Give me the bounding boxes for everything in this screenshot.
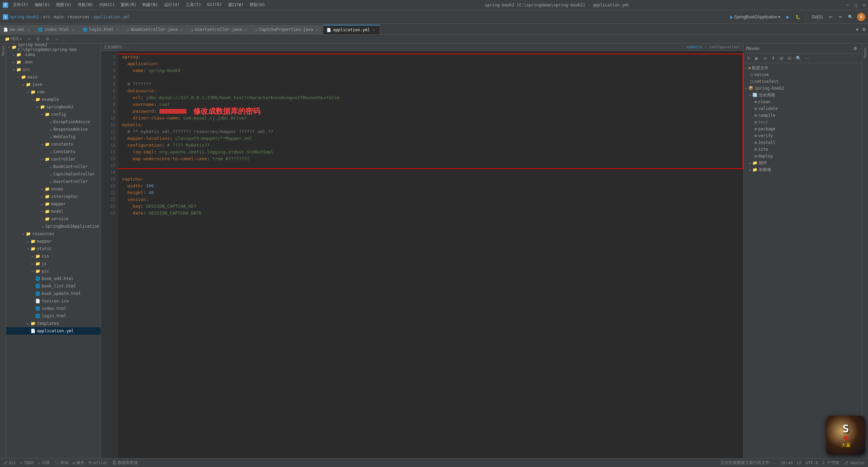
terminal-status[interactable]: ⬛ 终端 <box>54 460 68 466</box>
sidebar-item-application-yml[interactable]: 📄application.yml <box>6 327 101 335</box>
tab-CaptchaPropertiesjava[interactable]: ☕CaptchaProperties.java✕ <box>252 25 323 34</box>
sidebar-item-springbook2[interactable]: ▾📁springbook2 <box>6 103 101 111</box>
sidebar-item-com[interactable]: ▾📁com <box>6 88 101 96</box>
sidebar-item-example[interactable]: ▾📁example <box>6 96 101 103</box>
indent-status[interactable]: 2 个空格 <box>822 460 839 466</box>
menu-item[interactable]: Git(G) <box>204 1 224 8</box>
maven-run-btn[interactable]: ▶ <box>753 55 761 62</box>
sidebar-item-css[interactable]: ▸📁css <box>6 253 101 260</box>
maven-download-btn[interactable]: ⬇ <box>769 55 777 62</box>
game-overlay[interactable]: S 中 大赢 <box>826 416 865 455</box>
left-icon-1[interactable]: Maven <box>0 48 6 54</box>
maven-config-header[interactable]: ▸⚙配置文件 <box>744 64 862 71</box>
maven-lifecycle-deploy[interactable]: ⚙deploy <box>744 153 862 160</box>
sidebar-item-login-html[interactable]: 🌐login.html <box>6 312 101 320</box>
maven-skip-btn[interactable]: ⊘ <box>761 55 769 62</box>
right-icon-1[interactable]: Maven <box>863 48 867 58</box>
git-branch[interactable]: ⎇ master <box>843 461 865 465</box>
tab-close-btn[interactable]: ✕ <box>26 27 31 32</box>
sort-btn[interactable]: ⇅ <box>34 36 42 42</box>
sidebar-item-UserController[interactable]: ☕UserController <box>6 178 101 185</box>
db-changes-status[interactable]: 🗄 数据库更改 <box>112 460 138 466</box>
maven-project-spring-book2[interactable]: ▾📦spring-book2 <box>744 85 862 92</box>
tab-close-btn[interactable]: ✕ <box>315 27 319 32</box>
tab-applicationyml[interactable]: 📄application.yml✕ <box>323 25 380 34</box>
tab-indexhtml[interactable]: 🌐index.html✕ <box>35 25 79 34</box>
redo-btn[interactable]: ↪ <box>836 12 844 22</box>
minimize-btn[interactable]: ─ <box>847 2 849 7</box>
cursor-position[interactable]: 16:49 <box>781 461 793 465</box>
sidebar-item-src[interactable]: ▾📁src <box>6 66 101 73</box>
tab-close-btn[interactable]: ✕ <box>179 27 184 32</box>
maven-refresh-btn[interactable]: ↻ <box>745 55 752 62</box>
settings-btn[interactable]: ⚙ <box>44 36 52 42</box>
maven-expand-btn[interactable]: ⊞ <box>777 55 785 62</box>
todo-status[interactable]: ☑ TODO <box>20 461 34 465</box>
menu-bar[interactable]: 文件(F)编辑(E)视图(V)导航(N)代码(C)重构(R)构建(B)运行(U)… <box>10 1 268 8</box>
sidebar-item-config[interactable]: ▾📁config <box>6 111 101 118</box>
maximize-btn[interactable]: □ <box>854 2 857 7</box>
close-btn[interactable]: ✕ <box>863 2 865 7</box>
profiler-status[interactable]: Profiler <box>88 461 108 465</box>
tabs-more-btn[interactable]: ▾ <box>854 25 860 34</box>
encoding-status[interactable]: UTF-8 <box>806 461 818 465</box>
undo-btn[interactable]: ↩ <box>827 12 834 22</box>
maven-item-nativeTest[interactable]: □nativeTest <box>744 78 862 85</box>
maven-more-btn[interactable]: ⋯ <box>803 55 810 62</box>
minimize-panel-btn[interactable]: ─ <box>54 36 61 42</box>
scope-btn[interactable]: ≡ <box>26 36 32 42</box>
sidebar-item-SpringBook2Application[interactable]: ☕SpringBook2Application <box>6 223 101 230</box>
sidebar-item-WebConfig[interactable]: ☕WebConfig <box>6 133 101 141</box>
sidebar-item-Constants[interactable]: ☕Constants <box>6 148 101 155</box>
maven-section-依赖项[interactable]: ▸📁依赖项 <box>744 166 862 173</box>
sidebar-item-favicon[interactable]: 📄favicon.ico <box>6 297 101 305</box>
maven-lifecycle-site[interactable]: ⚙site <box>744 146 862 153</box>
sidebar-item-controller[interactable]: ▾📁controller <box>6 155 101 163</box>
sidebar-item-interceptor[interactable]: ▸📁interceptor <box>6 193 101 200</box>
sidebar-item-book_update[interactable]: 🌐book_update.html <box>6 290 101 297</box>
menu-item[interactable]: 重构(R) <box>118 1 139 8</box>
git-status[interactable]: ⎇ Git <box>3 461 16 465</box>
sidebar-item-mvn[interactable]: ▸📁.mvn <box>6 58 101 66</box>
menu-item[interactable]: 工具(T) <box>183 1 204 8</box>
services-status[interactable]: ⚙ 服务 <box>73 460 84 466</box>
fold-arrow-icon[interactable]: ▾ <box>118 142 119 149</box>
sidebar-item-enums[interactable]: ▸📁enums <box>6 185 101 193</box>
bc-main[interactable]: main <box>54 15 64 19</box>
project-view-btn[interactable]: 📁 项目 ▾ <box>3 35 24 42</box>
bc-resources[interactable]: resources <box>67 15 90 19</box>
maven-lifecycle-validate[interactable]: ⚙validate <box>744 105 862 112</box>
tab-close-btn[interactable]: ✕ <box>71 27 76 32</box>
sidebar-item-book_list[interactable]: 🌐book_list.html <box>6 282 101 290</box>
line-ending[interactable]: LF <box>797 461 802 465</box>
debug-btn[interactable]: 🐛 <box>793 12 803 22</box>
git-update-btn[interactable]: Git(G) <box>810 12 825 22</box>
sidebar-item-static[interactable]: ▾📁static <box>6 245 101 253</box>
bc-project[interactable]: spring-book2 <box>9 15 39 19</box>
maven-lifecycle-clean[interactable]: ⚙clean <box>744 98 862 105</box>
sidebar-item-model[interactable]: ▸📁model <box>6 208 101 215</box>
menu-item[interactable]: 视图(V) <box>53 1 74 8</box>
sidebar-item-index-html[interactable]: 🌐index.html <box>6 305 101 312</box>
maven-lifecycle-verify[interactable]: ⚙verify <box>744 132 862 139</box>
fold-arrow-icon[interactable]: ▾ <box>118 88 119 94</box>
sidebar-item-pic[interactable]: ▸📁pic <box>6 267 101 275</box>
sidebar-item-book_add[interactable]: 🌐book_add.html <box>6 275 101 282</box>
sidebar-item-mapper[interactable]: ▸📁mapper <box>6 200 101 208</box>
sidebar-item-ExceptionAdvice[interactable]: ☕ExceptionAdvice <box>6 118 101 126</box>
menu-item[interactable]: 编辑(E) <box>32 1 53 8</box>
maven-lifecycle-test[interactable]: ⚙test <box>744 119 862 126</box>
fold-arrow-icon[interactable]: ▾ <box>118 176 119 183</box>
sidebar-item-resources[interactable]: ▾📁resources <box>6 230 101 238</box>
sidebar-item-ResponseAdvice[interactable]: ☕ResponseAdvice <box>6 126 101 133</box>
maven-collapse-btn[interactable]: ⊟ <box>786 55 793 62</box>
tab-close-btn[interactable]: ✕ <box>115 27 120 32</box>
problems-status[interactable]: ⚠ 问题 <box>38 460 50 466</box>
maven-settings-btn[interactable]: ⚙ <box>851 45 859 52</box>
menu-item[interactable]: 导航(N) <box>75 1 96 8</box>
sidebar-item-main[interactable]: ▾📁main <box>6 73 101 81</box>
sidebar-item-constants[interactable]: ▾📁constants <box>6 141 101 148</box>
sidebar-item-idea[interactable]: ▸📁.idea <box>6 51 101 58</box>
tab-close-btn[interactable]: ✕ <box>243 27 248 32</box>
menu-item[interactable]: 文件(F) <box>10 1 31 8</box>
